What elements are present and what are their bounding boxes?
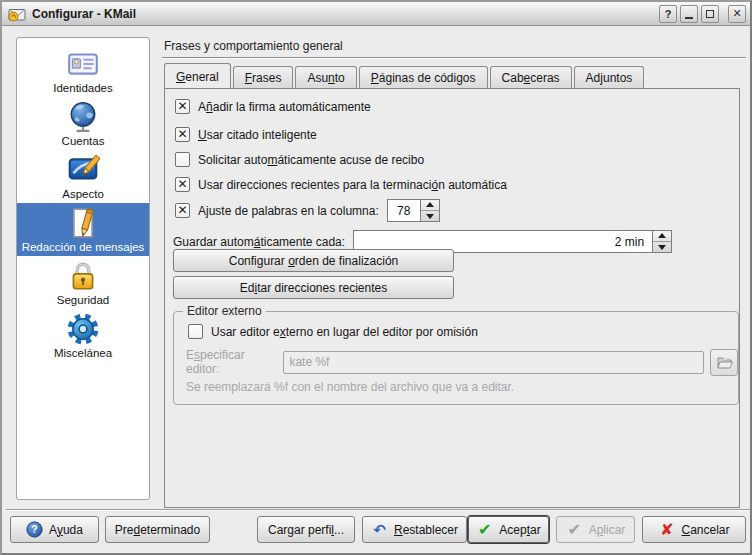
completion-order-button[interactable]: Configurar orden de finalización — [173, 249, 454, 272]
general-tab-panel: Añadir la firma automáticamente Usar cit… — [164, 88, 740, 508]
configure-dialog: Configurar - KMail ? ✕ Identidades — [0, 0, 752, 555]
tab-frases[interactable]: Frases — [233, 66, 294, 89]
wordwrap-spin-buttons — [421, 199, 440, 222]
spin-down-icon[interactable] — [421, 211, 439, 221]
autosave-label: Guardar automáticamente cada: — [173, 235, 345, 249]
button-label: Cargar perfil... — [268, 523, 344, 537]
spin-down-icon[interactable] — [653, 242, 671, 252]
minimize-icon — [685, 17, 693, 19]
tab-bar: General Frases Asunto Páginas de códigos… — [164, 63, 646, 89]
help-icon: ? — [26, 521, 43, 538]
sidebar-item-redaccion[interactable]: Redacción de mensajes — [17, 203, 149, 256]
globe-icon — [66, 100, 100, 134]
tab-adjuntos[interactable]: Adjuntos — [574, 66, 645, 89]
tab-label: Cabeceras — [502, 71, 560, 85]
maximize-icon — [706, 10, 714, 18]
tab-label: General — [176, 70, 219, 84]
help-window-button[interactable]: ? — [659, 5, 677, 23]
button-label: Configurar orden de finalización — [229, 254, 398, 268]
tab-general[interactable]: General — [164, 63, 231, 90]
close-icon: ✕ — [732, 7, 741, 20]
minimize-button[interactable] — [680, 5, 698, 23]
tab-cabeceras[interactable]: Cabeceras — [490, 66, 572, 89]
wordwrap-label: Ajuste de palabras en la columna: — [198, 204, 379, 218]
external-editor-checkbox-row: Usar editor externo en lugar del editor … — [188, 324, 478, 339]
smart-quoting-checkbox[interactable] — [175, 127, 190, 142]
external-editor-group: Editor externo Usar editor externo en lu… — [173, 311, 739, 405]
kmail-app-icon — [8, 5, 26, 23]
tab-label: Asunto — [307, 71, 344, 85]
tab-asunto[interactable]: Asunto — [295, 66, 356, 89]
button-label: Restablecer — [394, 523, 458, 537]
wordwrap-spinbox: 78 — [387, 199, 440, 222]
button-label: Cancelar — [681, 523, 729, 537]
spin-up-icon[interactable] — [653, 231, 671, 242]
tab-paginas-de-codigos[interactable]: Páginas de códigos — [359, 66, 488, 89]
checkbox-label: Usar editor externo en lugar del editor … — [211, 325, 478, 339]
close-button[interactable]: ✕ — [728, 5, 746, 23]
cancel-button[interactable]: ✘ Cancelar — [642, 516, 746, 543]
sidebar-item-label: Aspecto — [62, 188, 104, 201]
ok-button[interactable]: ✔ Aceptar — [468, 516, 549, 543]
sidebar-item-miscelanea[interactable]: Miscelánea — [17, 309, 149, 362]
sidebar-item-label: Miscelánea — [54, 347, 112, 360]
tab-label: Frases — [245, 71, 282, 85]
editor-command-input[interactable]: kate %f — [283, 351, 704, 374]
reset-button[interactable]: ↶ Restablecer — [362, 516, 467, 543]
defaults-button[interactable]: Predeterminado — [105, 516, 210, 543]
autosave-spin-buttons — [653, 230, 672, 253]
wordwrap-value[interactable]: 78 — [387, 199, 421, 222]
gear-icon — [66, 312, 100, 346]
folder-open-icon — [716, 354, 733, 371]
editor-command-label: Especificar editor: — [186, 348, 280, 376]
add-signature-checkbox[interactable] — [175, 99, 190, 114]
header-separator — [162, 57, 746, 59]
check-icon-disabled: ✔ — [566, 521, 583, 538]
apply-button[interactable]: ✔ Aplicar — [556, 516, 635, 543]
button-label: Aplicar — [589, 523, 626, 537]
group-title: Editor externo — [183, 304, 266, 318]
editor-hint-text: Se reemplazará %f con el nombre del arch… — [186, 380, 514, 394]
checkbox-row-citado: Usar citado inteligente — [175, 127, 317, 142]
sidebar-item-identidades[interactable]: Identidades — [17, 44, 149, 97]
padlock-icon — [66, 259, 100, 293]
sidebar-item-label: Identidades — [53, 82, 112, 95]
checkbox-label: Añadir la firma automáticamente — [198, 100, 371, 114]
help-button[interactable]: ? Ayuda — [10, 516, 99, 543]
undo-icon: ↶ — [371, 521, 388, 538]
recent-addresses-checkbox[interactable] — [175, 177, 190, 192]
checkbox-row-acuse: Solicitar automáticamente acuse de recib… — [175, 152, 424, 167]
compose-icon — [66, 206, 100, 240]
use-external-editor-checkbox[interactable] — [188, 324, 203, 339]
wordwrap-checkbox[interactable] — [175, 203, 190, 218]
checkbox-label: Usar direcciones recientes para la termi… — [198, 178, 507, 192]
check-icon: ✔ — [476, 521, 493, 538]
button-label: Editar direcciones recientes — [240, 281, 387, 295]
tab-label: Páginas de códigos — [371, 71, 476, 85]
spin-up-icon[interactable] — [421, 200, 439, 211]
category-list: Identidades Cuentas — [16, 37, 150, 500]
window-titlebar[interactable]: Configurar - KMail ? ✕ — [2, 2, 750, 26]
sidebar-item-cuentas[interactable]: Cuentas — [17, 97, 149, 150]
sidebar-item-aspecto[interactable]: Aspecto — [17, 150, 149, 203]
tab-label: Adjuntos — [586, 71, 633, 85]
wordwrap-row: Ajuste de palabras en la columna: 78 — [175, 199, 440, 222]
checkbox-row-direcciones: Usar direcciones recientes para la termi… — [175, 177, 507, 192]
button-label: Ayuda — [49, 523, 83, 537]
checkbox-row-firma: Añadir la firma automáticamente — [175, 99, 371, 114]
edit-recent-addresses-button[interactable]: Editar direcciones recientes — [173, 276, 454, 299]
browse-editor-button[interactable] — [710, 349, 738, 376]
request-receipt-checkbox[interactable] — [175, 152, 190, 167]
button-label: Predeterminado — [115, 523, 200, 537]
sidebar-item-seguridad[interactable]: Seguridad — [17, 256, 149, 309]
page-title: Frases y comportamiento general — [164, 39, 343, 53]
load-profile-button[interactable]: Cargar perfil... — [257, 516, 355, 543]
checkbox-label: Usar citado inteligente — [198, 128, 317, 142]
help-glyph: ? — [665, 8, 672, 20]
sidebar-item-label: Redacción de mensajes — [22, 241, 145, 254]
editor-command-row: Especificar editor: kate %f — [186, 348, 738, 376]
button-label: Aceptar — [499, 523, 540, 537]
checkbox-label: Solicitar automáticamente acuse de recib… — [198, 153, 424, 167]
maximize-button[interactable] — [701, 5, 719, 23]
sidebar-item-label: Seguridad — [57, 294, 109, 307]
